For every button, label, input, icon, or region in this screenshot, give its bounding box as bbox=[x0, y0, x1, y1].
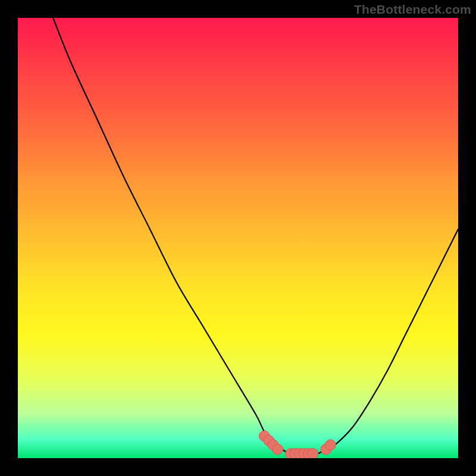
plot-area bbox=[18, 18, 458, 458]
curve-marker bbox=[308, 449, 318, 458]
bottleneck-curve-svg bbox=[18, 18, 458, 458]
curve-marker bbox=[273, 444, 283, 455]
watermark-text: TheBottleneck.com bbox=[354, 2, 471, 17]
bottleneck-curve-path bbox=[53, 18, 458, 454]
curve-markers bbox=[259, 431, 336, 458]
chart-frame: TheBottleneck.com bbox=[0, 0, 476, 476]
curve-marker bbox=[325, 440, 336, 450]
